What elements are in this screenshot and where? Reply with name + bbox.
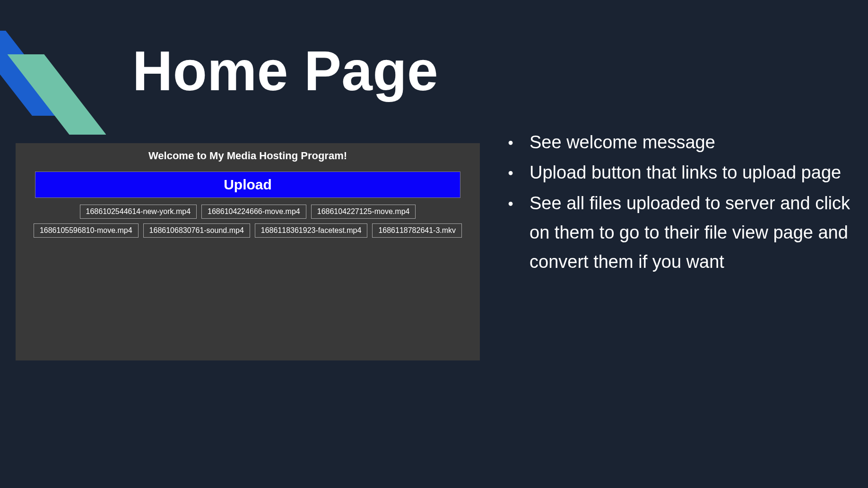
file-link[interactable]: 1686102544614-new-york.mp4 bbox=[80, 205, 197, 219]
file-link[interactable]: 1686118361923-facetest.mp4 bbox=[255, 223, 368, 238]
file-link[interactable]: 1686106830761-sound.mp4 bbox=[143, 223, 250, 238]
bullet-item: See welcome message bbox=[501, 128, 851, 157]
file-list: 1686102544614-new-york.mp4 1686104224666… bbox=[16, 205, 480, 238]
app-preview-panel: Welcome to My Media Hosting Program! Upl… bbox=[16, 143, 480, 360]
app-welcome-heading: Welcome to My Media Hosting Program! bbox=[16, 150, 480, 162]
file-link[interactable]: 1686104224666-move.mp4 bbox=[201, 205, 306, 219]
logo-blue-parallelogram bbox=[0, 31, 72, 116]
logo-teal-parallelogram bbox=[7, 54, 106, 135]
bullet-item: Upload button that links to upload page bbox=[501, 158, 851, 187]
upload-button[interactable]: Upload bbox=[35, 171, 460, 198]
feature-bullet-list: See welcome message Upload button that l… bbox=[501, 128, 851, 278]
file-link[interactable]: 1686105596810-move.mp4 bbox=[34, 223, 139, 238]
slide-title: Home Page bbox=[132, 39, 438, 103]
corner-logo bbox=[0, 0, 113, 137]
bullet-item: See all files uploaded to server and cli… bbox=[501, 188, 851, 277]
file-link[interactable]: 1686104227125-move.mp4 bbox=[311, 205, 416, 219]
file-link[interactable]: 1686118782641-3.mkv bbox=[372, 223, 462, 238]
